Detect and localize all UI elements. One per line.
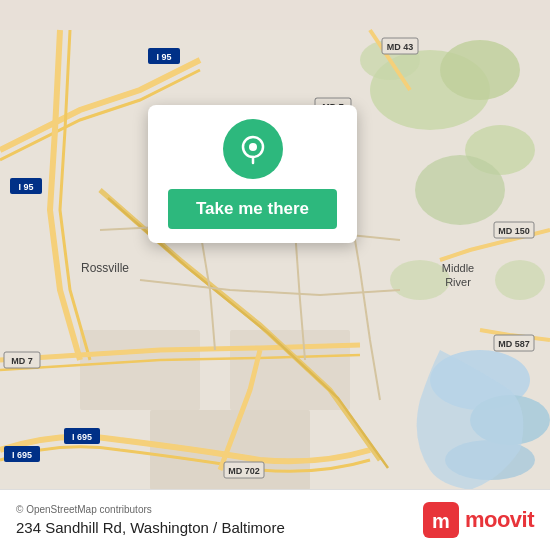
- location-pin-icon: [237, 133, 269, 165]
- svg-text:m: m: [432, 510, 450, 532]
- bottom-bar: © OpenStreetMap contributors 234 Sandhil…: [0, 489, 550, 550]
- map-container: I 95 I 95 MD 7 MD 43 MD 150 MD 587 MD 7 …: [0, 0, 550, 550]
- svg-text:MD 43: MD 43: [387, 42, 414, 52]
- svg-text:River: River: [445, 276, 471, 288]
- bottom-left: © OpenStreetMap contributors 234 Sandhil…: [16, 504, 285, 536]
- copyright-text: © OpenStreetMap contributors: [16, 504, 285, 515]
- svg-text:MD 150: MD 150: [498, 226, 530, 236]
- svg-text:I 695: I 695: [72, 432, 92, 442]
- svg-point-39: [249, 143, 257, 151]
- svg-text:Rossville: Rossville: [81, 261, 129, 275]
- svg-text:Middle: Middle: [442, 262, 474, 274]
- svg-text:MD 702: MD 702: [228, 466, 260, 476]
- take-me-there-button[interactable]: Take me there: [168, 189, 337, 229]
- svg-text:MD 587: MD 587: [498, 339, 530, 349]
- address-text: 234 Sandhill Rd, Washington / Baltimore: [16, 519, 285, 536]
- moovit-icon: m: [423, 502, 459, 538]
- map-background: I 95 I 95 MD 7 MD 43 MD 150 MD 587 MD 7 …: [0, 0, 550, 550]
- svg-text:MD 7: MD 7: [11, 356, 33, 366]
- svg-point-4: [415, 155, 505, 225]
- svg-text:I 695: I 695: [12, 450, 32, 460]
- action-card[interactable]: Take me there: [148, 105, 357, 243]
- moovit-name: moovit: [465, 507, 534, 533]
- moovit-logo[interactable]: m moovit: [423, 502, 534, 538]
- svg-text:I 95: I 95: [156, 52, 171, 62]
- pin-circle: [223, 119, 283, 179]
- svg-point-10: [495, 260, 545, 300]
- svg-text:I 95: I 95: [18, 182, 33, 192]
- svg-point-2: [440, 40, 520, 100]
- svg-rect-11: [80, 330, 200, 410]
